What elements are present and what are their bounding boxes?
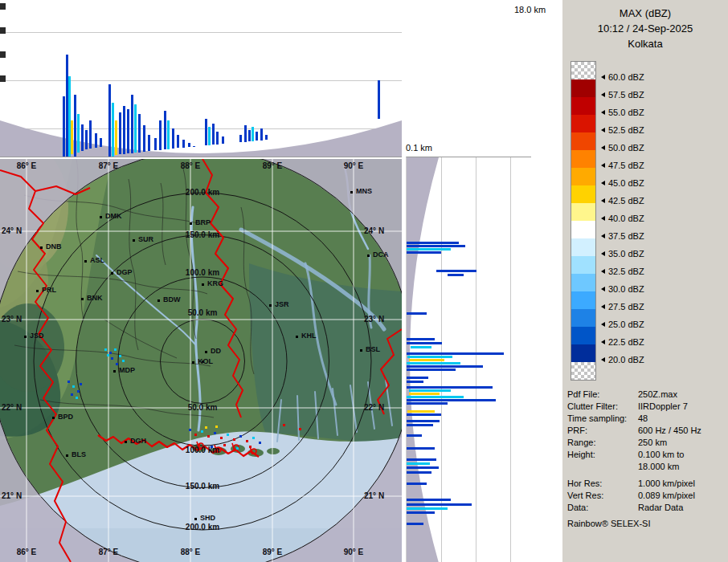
legend-label: 37.5 dBZ bbox=[601, 231, 644, 241]
echo-bar bbox=[407, 386, 493, 389]
city-dot bbox=[269, 304, 272, 307]
legend-color-band bbox=[571, 327, 595, 344]
echo-bar bbox=[407, 424, 433, 426]
echo-bar bbox=[260, 128, 263, 140]
lon-label: 88° E bbox=[181, 548, 201, 556]
echo-bar bbox=[127, 109, 129, 153]
metadata-row: Vert Res:0.089 km/pixel bbox=[567, 490, 726, 502]
range-ring-label: 150.0 km bbox=[186, 230, 219, 239]
legend-label: 22.5 dBZ bbox=[601, 337, 644, 347]
city-label: SHD bbox=[200, 514, 215, 522]
legend-tick-arrow bbox=[601, 145, 605, 150]
echo-bar bbox=[159, 120, 162, 150]
echo-bar bbox=[244, 125, 247, 142]
legend-color-band bbox=[571, 115, 595, 132]
legend-color-band bbox=[571, 185, 595, 203]
echo-bar bbox=[77, 114, 80, 153]
vertical-profile-side-panel bbox=[406, 157, 531, 562]
echo-bar bbox=[154, 138, 157, 150]
echo-bar bbox=[212, 124, 215, 145]
city-label: SUR bbox=[138, 235, 153, 243]
metadata-value: 1.000 km/pixel bbox=[638, 478, 726, 490]
metadata-row: Hor Res:1.000 km/pixel bbox=[567, 478, 726, 490]
echo-bar bbox=[407, 338, 435, 340]
city-dot bbox=[194, 518, 197, 520]
legend-tick-arrow bbox=[601, 322, 605, 327]
legend-color-band bbox=[571, 291, 595, 309]
city-dot bbox=[367, 255, 370, 257]
legend-color-band bbox=[571, 62, 595, 79]
echo-bar bbox=[407, 434, 422, 437]
city-dot bbox=[133, 239, 135, 242]
echo-bar bbox=[248, 130, 251, 141]
metadata-label: Clutter Filter: bbox=[567, 401, 638, 413]
city-dot bbox=[52, 417, 55, 419]
city-dot bbox=[192, 361, 194, 364]
legend-tick-arrow bbox=[601, 340, 605, 344]
metadata-value: 250Z.max bbox=[638, 389, 726, 401]
city-label: ASL bbox=[90, 256, 104, 264]
city-label: DCA bbox=[373, 250, 389, 259]
echo-bar bbox=[407, 362, 460, 364]
metadata-value: IIRDoppler 7 bbox=[638, 401, 726, 413]
legend-color-band bbox=[571, 203, 595, 221]
echo-bar bbox=[143, 125, 145, 152]
axis-tick bbox=[0, 27, 6, 34]
city-dot bbox=[81, 298, 84, 300]
echo-bar bbox=[74, 95, 76, 157]
echo-bar bbox=[407, 381, 423, 383]
echo-bar bbox=[100, 138, 102, 147]
metadata-label: Vert Res: bbox=[567, 490, 638, 502]
echo-bar bbox=[409, 393, 440, 395]
echo-bar bbox=[216, 132, 219, 145]
echo-bar bbox=[436, 270, 476, 272]
city-dot bbox=[202, 283, 204, 286]
legend-color-band bbox=[571, 97, 595, 115]
legend-tick-arrow bbox=[601, 181, 605, 185]
echo-bar bbox=[63, 96, 65, 157]
legend-label: 50.0 dBZ bbox=[601, 143, 644, 153]
echo-bar bbox=[407, 458, 436, 461]
legend-tick-arrow bbox=[601, 75, 605, 79]
legend-colorbar-labels: 60.0 dBZ57.5 dBZ55.0 dBZ52.5 dBZ50.0 dBZ… bbox=[601, 61, 722, 382]
lat-label: 21° N bbox=[2, 491, 22, 500]
echo-bar bbox=[407, 402, 448, 405]
legend-tick-arrow bbox=[601, 163, 605, 168]
city-dot bbox=[36, 290, 39, 292]
radar-map-viewport[interactable]: 86° E86° E87° E87° E88° E88° E89° E89° E… bbox=[0, 159, 402, 562]
echo-bar bbox=[85, 130, 88, 149]
axis-tick bbox=[0, 75, 6, 82]
product-title: MAX (dBZ) bbox=[562, 6, 728, 21]
legend-tick-arrow bbox=[601, 269, 605, 274]
legend-tick-arrow bbox=[601, 251, 605, 256]
city-label: BSL bbox=[366, 345, 380, 353]
echo-bar bbox=[409, 389, 451, 392]
legend-label: 25.0 dBZ bbox=[601, 320, 644, 329]
city-label: MNS bbox=[356, 187, 372, 195]
lat-label: 24° N bbox=[364, 226, 384, 235]
station-name: Kolkata bbox=[562, 36, 728, 51]
city-dot bbox=[360, 349, 362, 352]
product-datetime: 10:12 / 24-Sep-2025 bbox=[562, 21, 728, 36]
echo-bar bbox=[407, 396, 464, 398]
echo-bar bbox=[407, 471, 431, 474]
city-label: KRG bbox=[207, 279, 223, 287]
city-label: JSR bbox=[275, 300, 289, 308]
echo-bar bbox=[407, 523, 423, 525]
echo-bar bbox=[172, 128, 174, 149]
echo-bar bbox=[407, 410, 435, 413]
lon-label: 89° E bbox=[263, 161, 283, 170]
echo-bar bbox=[407, 507, 448, 510]
metadata-row: Pdf File:250Z.max bbox=[567, 389, 726, 401]
city-dot bbox=[190, 222, 192, 225]
legend-panel: MAX (dBZ) 10:12 / 24-Sep-2025 Kolkata 60… bbox=[562, 0, 728, 562]
range-ring-label: 50.0 km bbox=[188, 308, 218, 317]
echo-bar bbox=[177, 135, 179, 148]
city-dot bbox=[157, 299, 160, 302]
legend-label: 20.0 dBZ bbox=[601, 355, 644, 364]
city-label: DGH bbox=[130, 437, 146, 445]
metadata-value: Radar Data bbox=[638, 502, 726, 514]
beam-coverage-envelope bbox=[0, 0, 402, 157]
legend-label: 27.5 dBZ bbox=[601, 302, 644, 312]
metadata-value: 48 bbox=[638, 413, 726, 425]
